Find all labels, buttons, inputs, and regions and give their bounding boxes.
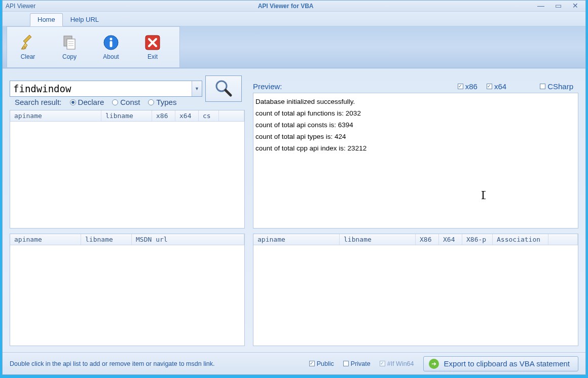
clear-button[interactable]: Clear bbox=[7, 27, 49, 67]
status-hint: Double click in the api list to add or r… bbox=[10, 360, 214, 367]
preview-checks: x86 x64 CSharp bbox=[458, 82, 578, 91]
col-apiname[interactable]: apiname bbox=[10, 110, 101, 121]
check-private[interactable]: Private bbox=[343, 360, 371, 367]
search-combo[interactable]: ▼ bbox=[10, 81, 202, 97]
titlebar: API Viewer API Viewer for VBA — ▭ ✕ bbox=[3, 1, 585, 12]
minimize-button[interactable]: — bbox=[536, 3, 546, 10]
check-public[interactable]: Public bbox=[309, 360, 334, 367]
tab-row: Home Help URL bbox=[3, 12, 585, 26]
preview-line: count of total api types is: 424 bbox=[255, 131, 576, 143]
exit-button[interactable]: Exit bbox=[132, 27, 173, 67]
col-libname[interactable]: libname bbox=[81, 234, 132, 245]
col-x86[interactable]: x86 bbox=[152, 110, 175, 121]
copy-icon bbox=[61, 34, 78, 51]
search-input[interactable] bbox=[10, 81, 192, 96]
magnifier-icon bbox=[213, 78, 234, 100]
preview-line: count of total api functions is: 2032 bbox=[255, 108, 576, 120]
svg-line-10 bbox=[226, 90, 231, 95]
broom-icon bbox=[19, 34, 36, 51]
col-libname[interactable]: libname bbox=[101, 110, 152, 121]
content-area: ▼ Search result: Declare Const Types Pre… bbox=[10, 75, 578, 349]
grid-header: apiname libname X86 X64 X86-p Associatio… bbox=[253, 234, 578, 245]
col-empty bbox=[548, 234, 578, 245]
preview-line: count of total api consts is: 6394 bbox=[255, 120, 576, 131]
grid-body[interactable] bbox=[10, 122, 244, 228]
statusbar: Double click in the api list to add or r… bbox=[3, 352, 585, 374]
radio-const[interactable]: Const bbox=[112, 98, 140, 106]
search-result-label: Search result: bbox=[15, 98, 62, 106]
grid-body[interactable] bbox=[10, 245, 244, 346]
copy-button[interactable]: Copy bbox=[49, 27, 90, 67]
grid-body[interactable] bbox=[253, 245, 578, 346]
ribbon: Clear Copy About Exit bbox=[3, 26, 585, 68]
check-if-win64[interactable]: #If Win64 bbox=[380, 360, 414, 367]
export-button[interactable]: ➜ Export to clipboard as VBA statement bbox=[423, 356, 578, 371]
radio-row: Search result: Declare Const Types bbox=[15, 98, 176, 106]
svg-rect-1 bbox=[67, 39, 75, 49]
clear-label: Clear bbox=[21, 53, 35, 60]
window-controls: — ▭ ✕ bbox=[536, 3, 580, 10]
title-center: API Viewer for VBA bbox=[35, 3, 536, 10]
maximize-button[interactable]: ▭ bbox=[553, 3, 563, 10]
check-x64[interactable]: x64 bbox=[487, 82, 506, 91]
info-icon bbox=[102, 34, 120, 51]
ribbon-group-main: Clear Copy About Exit bbox=[7, 26, 180, 68]
tab-help-url[interactable]: Help URL bbox=[63, 13, 106, 26]
text-cursor-icon bbox=[483, 191, 484, 199]
col-msdn-url[interactable]: MSDN url bbox=[132, 234, 244, 245]
preview-line: count of total cpp api index is: 23212 bbox=[255, 143, 576, 155]
radio-types[interactable]: Types bbox=[148, 98, 176, 106]
association-grid[interactable]: apiname libname X86 X64 X86-p Associatio… bbox=[253, 234, 578, 346]
title-left: API Viewer bbox=[6, 3, 35, 10]
col-apiname[interactable]: apiname bbox=[10, 234, 81, 245]
col-association[interactable]: Association bbox=[493, 234, 548, 245]
selected-grid[interactable]: apiname libname MSDN url bbox=[10, 234, 245, 346]
search-button[interactable] bbox=[205, 75, 242, 102]
check-x86[interactable]: x86 bbox=[458, 82, 477, 91]
col-libname[interactable]: libname bbox=[340, 234, 416, 245]
check-csharp[interactable]: CSharp bbox=[540, 82, 573, 91]
chevron-down-icon[interactable]: ▼ bbox=[192, 81, 202, 96]
svg-rect-7 bbox=[110, 41, 113, 47]
search-results-grid[interactable]: apiname libname x86 x64 cs bbox=[10, 110, 245, 229]
col-cs[interactable]: cs bbox=[199, 110, 219, 121]
app-window: API Viewer API Viewer for VBA — ▭ ✕ Home… bbox=[2, 0, 586, 375]
col-empty bbox=[219, 110, 244, 121]
export-label: Export to clipboard as VBA statement bbox=[444, 359, 570, 368]
about-button[interactable]: About bbox=[90, 27, 132, 67]
close-button[interactable]: ✕ bbox=[570, 3, 580, 10]
copy-label: Copy bbox=[62, 53, 77, 60]
grid-header: apiname libname x86 x64 cs bbox=[10, 110, 244, 122]
close-icon bbox=[144, 34, 161, 51]
col-x64[interactable]: X64 bbox=[439, 234, 462, 245]
tab-home[interactable]: Home bbox=[30, 13, 63, 26]
col-x64[interactable]: x64 bbox=[175, 110, 199, 121]
exit-label: Exit bbox=[148, 53, 158, 60]
preview-pane[interactable]: Database initialized successfully. count… bbox=[253, 93, 578, 229]
export-icon: ➜ bbox=[429, 359, 439, 369]
grid-header: apiname libname MSDN url bbox=[10, 234, 244, 245]
preview-line: Database initialized successfully. bbox=[255, 96, 576, 108]
preview-label: Preview: bbox=[253, 82, 282, 91]
col-x86-p[interactable]: X86-p bbox=[462, 234, 493, 245]
svg-point-6 bbox=[110, 38, 113, 41]
preview-header: Preview: x86 x64 CSharp bbox=[253, 80, 578, 93]
about-label: About bbox=[103, 53, 119, 60]
col-apiname[interactable]: apiname bbox=[253, 234, 340, 245]
radio-declare[interactable]: Declare bbox=[70, 98, 104, 106]
col-x86[interactable]: X86 bbox=[416, 234, 439, 245]
